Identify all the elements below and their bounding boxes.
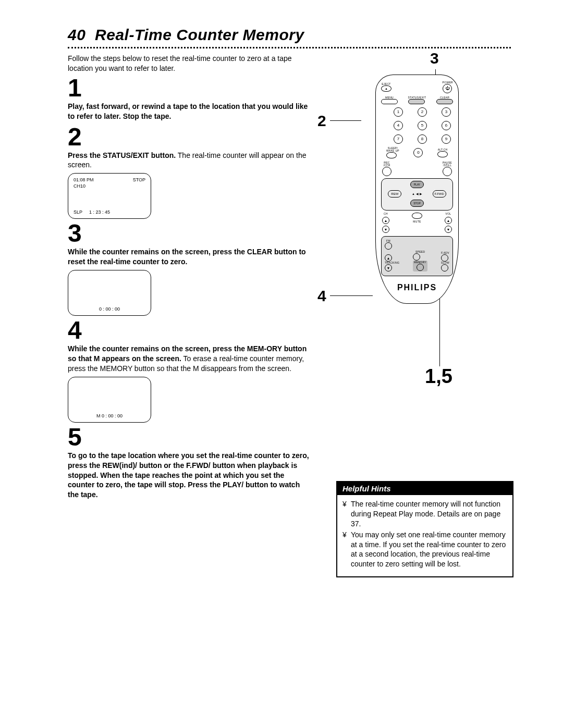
sleep-button[interactable] bbox=[386, 152, 397, 158]
helpful-hints-box: Helpful Hints ¥ The real-time counter me… bbox=[336, 481, 513, 577]
pause-button[interactable] bbox=[443, 167, 452, 176]
hints-body: ¥ The real-time counter memory will not … bbox=[337, 495, 512, 576]
ch-up[interactable]: ▲ bbox=[382, 217, 389, 224]
power-button[interactable]: ⏻ bbox=[443, 84, 452, 93]
speed-button[interactable] bbox=[413, 253, 420, 261]
step-number-3: 3 bbox=[68, 221, 310, 246]
ch-label: CH bbox=[384, 213, 388, 215]
step-3-body: While the counter remains on the screen,… bbox=[68, 247, 310, 267]
mute-label: MUTE bbox=[413, 220, 421, 223]
callout-1-5: 1,5 bbox=[425, 365, 452, 388]
step-number-2: 2 bbox=[68, 125, 310, 150]
eject-label: EJECT bbox=[381, 83, 391, 85]
slow-button[interactable] bbox=[441, 264, 448, 272]
num-0[interactable]: 0 bbox=[413, 148, 423, 157]
vol-label: VOL bbox=[446, 213, 451, 215]
step-4-body: While the counter remains on the screen,… bbox=[68, 344, 310, 374]
power-label: POWER bbox=[443, 81, 453, 84]
bullet-icon: ¥ bbox=[342, 499, 351, 529]
tracking-label: TRACKING bbox=[385, 262, 399, 264]
osd-time: 01:08 PM bbox=[74, 177, 94, 183]
num-1[interactable]: 1 bbox=[394, 107, 403, 117]
sleep-label: SLEEP/ WAKE UP bbox=[386, 147, 399, 152]
rew-button[interactable]: REW bbox=[388, 190, 401, 198]
vol-up[interactable]: ▲ bbox=[445, 217, 452, 224]
status-exit-label: STATUS/EXIT bbox=[408, 96, 426, 99]
num-2[interactable]: 2 bbox=[418, 107, 427, 117]
hint-text: You may only set one real-time counter m… bbox=[351, 530, 507, 570]
hint-item: ¥ The real-time counter memory will not … bbox=[342, 499, 507, 529]
osd-speed: SLP bbox=[74, 209, 82, 215]
page-title: 40 Real-Time Counter Memory bbox=[68, 26, 511, 44]
remote-diagram: EJECT ▲ POWER ⏻ MENU bbox=[365, 75, 469, 304]
num-6[interactable]: 6 bbox=[442, 121, 451, 130]
remote-body: EJECT ▲ POWER ⏻ MENU bbox=[375, 75, 459, 304]
osd-counter-memory: M 0 : 00 : 00 bbox=[68, 413, 151, 419]
fadv-label: F.ADV bbox=[441, 252, 449, 254]
step-2-body: Press the STATUS/EXIT button. The real-t… bbox=[68, 151, 310, 170]
num-5[interactable]: 5 bbox=[418, 121, 427, 130]
leader-line bbox=[330, 120, 361, 121]
num-4[interactable]: 4 bbox=[394, 121, 403, 130]
step-number-4: 4 bbox=[68, 318, 310, 343]
altch-label: ALT.CH bbox=[437, 149, 448, 151]
tracking-down[interactable]: ▼ bbox=[385, 264, 392, 272]
vol-down[interactable]: ▼ bbox=[445, 226, 452, 233]
divider bbox=[68, 47, 511, 48]
osd-counter: 1 : 23 : 45 bbox=[89, 209, 110, 215]
hints-title: Helpful Hints bbox=[337, 482, 512, 495]
osd-screen-1: 01:08 PM STOP CH10 SLP 1 : 23 : 45 bbox=[68, 173, 151, 219]
memory-button[interactable] bbox=[417, 264, 424, 271]
ch-vol-row: CH ▲ ▼ MUTE VOL ▲ ▼ bbox=[382, 213, 452, 233]
rec-button[interactable] bbox=[382, 167, 391, 176]
play-button[interactable]: PLAY bbox=[410, 181, 424, 188]
status-exit-button[interactable] bbox=[408, 99, 425, 104]
num-3[interactable]: 3 bbox=[442, 107, 451, 117]
memory-label: MEMORY bbox=[414, 261, 426, 264]
step-1-body: Play, fast forward, or rewind a tape to … bbox=[68, 102, 310, 121]
num-9[interactable]: 9 bbox=[442, 134, 451, 144]
ch-down[interactable]: ▼ bbox=[382, 226, 389, 233]
number-pad: 1 2 3 4 5 6 7 8 9 bbox=[394, 107, 440, 144]
lower-panel: FM ▲ TRACKING ▼ SP bbox=[381, 236, 453, 276]
menu-button[interactable] bbox=[381, 99, 398, 104]
nav-right-icon: ▶ bbox=[420, 192, 422, 195]
manual-page: 40 Real-Time Counter Memory Follow the s… bbox=[0, 0, 563, 609]
step-5-body: To go to the tape location where you set… bbox=[68, 451, 310, 500]
osd-screen-2: 0 : 00 : 00 bbox=[68, 270, 151, 316]
right-column: 3 2 4 1,5 EJECT ▲ P bbox=[321, 54, 513, 577]
step-number-5: 5 bbox=[68, 425, 310, 450]
ffwd-button[interactable]: F.FWD bbox=[433, 190, 446, 198]
hint-text: The real-time counter memory will not fu… bbox=[351, 499, 507, 529]
num-8[interactable]: 8 bbox=[418, 134, 427, 144]
tracking-up[interactable]: ▲ bbox=[385, 254, 392, 262]
osd-channel: CH10 bbox=[74, 183, 85, 189]
slow-label: SLOW bbox=[441, 262, 449, 264]
altch-button[interactable] bbox=[437, 151, 448, 157]
callout-2: 2 bbox=[317, 112, 326, 130]
num-7[interactable]: 7 bbox=[394, 134, 403, 144]
bullet-icon: ¥ bbox=[342, 530, 351, 570]
rec-label: REC /OTR bbox=[382, 162, 391, 167]
step-number-1: 1 bbox=[68, 76, 310, 101]
clear-button[interactable] bbox=[436, 99, 453, 104]
intro-text: Follow the steps below to reset the real… bbox=[68, 54, 310, 73]
hint-item: ¥ You may only set one real-time counter… bbox=[342, 530, 507, 570]
left-column: Follow the steps below to reset the real… bbox=[68, 54, 310, 577]
eject-button[interactable]: ▲ bbox=[381, 85, 391, 92]
callout-4: 4 bbox=[317, 287, 326, 305]
osd-counter-zero: 0 : 00 : 00 bbox=[68, 306, 151, 312]
nav-left-icon: ◀ bbox=[416, 192, 419, 195]
nav-up-icon: ▲ bbox=[412, 192, 415, 195]
osd-status: STOP bbox=[133, 177, 145, 183]
mute-button[interactable] bbox=[412, 213, 422, 219]
fadv-button[interactable] bbox=[441, 254, 448, 262]
stop-button[interactable]: STOP bbox=[410, 200, 424, 207]
pause-label: PAUSE /STILL bbox=[443, 162, 452, 167]
brand-logo: PHILIPS bbox=[381, 283, 453, 292]
content-columns: Follow the steps below to reset the real… bbox=[68, 54, 511, 577]
fm-label: FM bbox=[385, 240, 392, 242]
fm-button[interactable] bbox=[385, 242, 392, 250]
osd-screen-3: M 0 : 00 : 00 bbox=[68, 377, 151, 423]
speed-label: SPEED bbox=[413, 251, 427, 253]
